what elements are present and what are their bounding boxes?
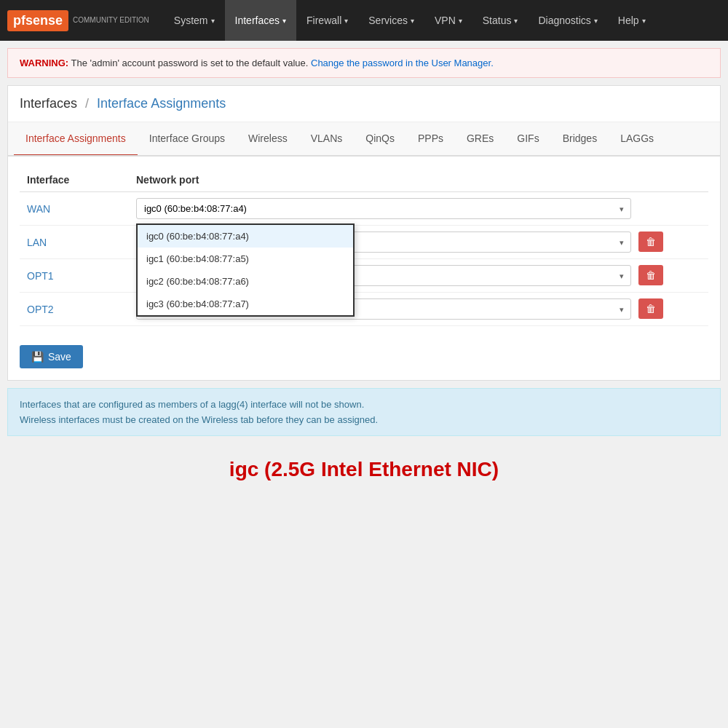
tab-gifs[interactable]: GIFs — [505, 122, 550, 157]
interface-opt1: OPT1 — [20, 259, 129, 293]
table-row: LAN igc0 (60:be:b4:08:77:a4) igc1 (60:be… — [20, 226, 708, 259]
info-box: Interfaces that are configured as member… — [7, 388, 721, 436]
tab-bar: Interface Assignments Interface Groups W… — [8, 122, 720, 157]
interface-table: Interface Network port WAN igc0 (60:be:b… — [20, 168, 708, 326]
col-header-network: Network port — [129, 168, 708, 192]
info-line1: Interfaces that are configured as member… — [20, 399, 708, 410]
tab-wireless[interactable]: Wireless — [237, 122, 299, 157]
dropdown-option[interactable]: igc2 (60:be:b4:08:77:a6) — [138, 270, 353, 293]
interface-table-area: Interface Network port WAN igc0 (60:be:b… — [8, 157, 720, 338]
breadcrumb-separator: / — [85, 96, 89, 111]
col-header-interface: Interface — [20, 168, 129, 192]
warning-link[interactable]: Change the password in the User Manager. — [311, 58, 494, 68]
dropdown-option[interactable]: igc1 (60:be:b4:08:77:a5) — [138, 248, 353, 270]
wan-dropdown-box: igc0 (60:be:b4:08:77:a4) igc1 (60:be:b4:… — [136, 223, 355, 317]
chevron-down-icon: ▾ — [459, 17, 462, 25]
pfsense-logo: pfsense — [7, 10, 68, 31]
brand: pfsense COMMUNITY EDITION — [7, 10, 149, 31]
dropdown-option[interactable]: igc0 (60:be:b4:08:77:a4) — [138, 225, 353, 248]
table-row: WAN igc0 (60:be:b4:08:77:a4) igc1 (60:be… — [20, 192, 708, 226]
chevron-down-icon: ▾ — [514, 17, 518, 25]
nav-menu: System ▾ Interfaces ▾ Firewall ▾ Service… — [164, 0, 656, 41]
interface-lan: LAN — [20, 226, 129, 259]
chevron-down-icon: ▾ — [211, 17, 215, 25]
dropdown-option[interactable]: igc3 (60:be:b4:08:77:a7) — [138, 293, 353, 315]
save-button[interactable]: 💾 Save — [20, 345, 83, 368]
tab-interface-assignments[interactable]: Interface Assignments — [14, 122, 138, 157]
info-line2: Wireless interfaces must be created on t… — [20, 414, 708, 425]
nav-system[interactable]: System ▾ — [164, 0, 225, 41]
wan-select-container: igc0 (60:be:b4:08:77:a4) igc1 (60:be:b4:… — [136, 198, 701, 219]
page-header: Interfaces / Interface Assignments — [8, 86, 720, 122]
chevron-down-icon: ▾ — [282, 17, 286, 25]
nav-vpn[interactable]: VPN ▾ — [424, 0, 472, 41]
breadcrumb-current: Interface Assignments — [97, 96, 226, 111]
main-content: Interfaces / Interface Assignments Inter… — [7, 85, 721, 381]
tab-qinqs[interactable]: QinQs — [354, 122, 406, 157]
wan-port-cell: igc0 (60:be:b4:08:77:a4) igc1 (60:be:b4:… — [129, 192, 708, 226]
tab-vlans[interactable]: VLANs — [299, 122, 355, 157]
opt1-delete-button[interactable]: 🗑 — [638, 265, 663, 285]
tab-gres[interactable]: GREs — [455, 122, 505, 157]
chevron-down-icon: ▾ — [642, 17, 646, 25]
warning-text: The 'admin' account password is set to t… — [71, 58, 309, 68]
interface-opt2: OPT2 — [20, 293, 129, 326]
nav-status[interactable]: Status ▾ — [472, 0, 529, 41]
tab-interface-groups[interactable]: Interface Groups — [138, 122, 237, 157]
breadcrumb-parent: Interfaces — [20, 96, 77, 111]
warning-banner: WARNING: The 'admin' account password is… — [7, 48, 721, 78]
nav-help[interactable]: Help ▾ — [608, 0, 656, 41]
tab-bridges[interactable]: Bridges — [551, 122, 609, 157]
chevron-down-icon: ▾ — [411, 17, 414, 25]
save-icon: 💾 — [31, 351, 44, 363]
table-row: OPT2 igc0 (60:be:b4:08:77:a4) igc1 (60:b… — [20, 293, 708, 326]
table-row: OPT1 igc0 (60:be:b4:08:77:a4) igc1 (60:b… — [20, 259, 708, 293]
chevron-down-icon: ▾ — [594, 17, 598, 25]
save-label: Save — [48, 351, 71, 363]
nav-services[interactable]: Services ▾ — [358, 0, 424, 41]
brand-edition: COMMUNITY EDITION — [73, 16, 149, 25]
chevron-down-icon: ▾ — [344, 17, 348, 25]
interface-wan: WAN — [20, 192, 129, 226]
nav-interfaces[interactable]: Interfaces ▾ — [225, 0, 296, 41]
opt2-delete-button[interactable]: 🗑 — [638, 298, 663, 319]
nav-firewall[interactable]: Firewall ▾ — [296, 0, 358, 41]
nav-diagnostics[interactable]: Diagnostics ▾ — [528, 0, 607, 41]
wan-network-select[interactable]: igc0 (60:be:b4:08:77:a4) igc1 (60:be:b4:… — [136, 198, 631, 219]
lan-delete-button[interactable]: 🗑 — [638, 232, 663, 252]
navbar: pfsense COMMUNITY EDITION System ▾ Inter… — [0, 0, 728, 41]
save-row: 💾 Save — [8, 338, 720, 380]
warning-label: WARNING: — [20, 58, 68, 68]
bottom-label: igc (2.5G Intel Ethernet NIC) — [0, 458, 728, 481]
tab-ppps[interactable]: PPPs — [406, 122, 455, 157]
tab-laggs[interactable]: LAGGs — [609, 122, 665, 157]
wan-select-wrapper: igc0 (60:be:b4:08:77:a4) igc1 (60:be:b4:… — [136, 198, 631, 219]
